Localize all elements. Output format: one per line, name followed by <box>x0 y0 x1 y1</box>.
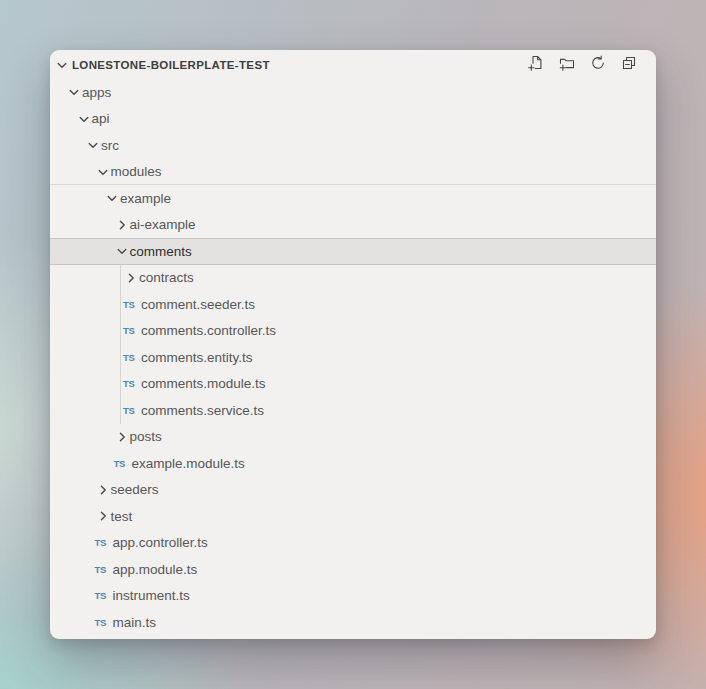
tree-item-label: ai-example <box>130 217 196 232</box>
typescript-file-icon: TS <box>123 325 139 336</box>
tree-row-example-module-ts[interactable]: TSexample.module.ts <box>50 450 656 477</box>
tree-item-label: app.controller.ts <box>113 535 208 550</box>
chevron-down-icon[interactable] <box>104 190 120 206</box>
tree-row-ai-example[interactable]: ai-example <box>50 212 656 239</box>
typescript-file-icon: TS <box>95 617 111 628</box>
typescript-file-icon: TS <box>95 564 111 575</box>
tree-row-api[interactable]: api <box>50 106 656 133</box>
tree-row-app-controller-ts[interactable]: TSapp.controller.ts <box>50 530 656 557</box>
chevron-right-icon[interactable] <box>114 429 130 445</box>
chevron-down-icon[interactable] <box>114 243 130 259</box>
file-tree: appsapisrcmodulesexampleai-examplecommen… <box>50 79 656 636</box>
tree-row-modules[interactable]: modules <box>50 159 656 186</box>
collapse-all-button[interactable] <box>618 54 640 76</box>
tree-row-comments-service-ts[interactable]: TScomments.service.ts <box>50 397 656 424</box>
typescript-file-icon: TS <box>123 378 139 389</box>
tree-row-comments[interactable]: comments <box>50 238 656 265</box>
explorer-section-header[interactable]: LONESTONE-BOILERPLATE-TEST <box>50 50 656 79</box>
explorer-panel: LONESTONE-BOILERPLATE-TEST <box>50 50 656 639</box>
tree-item-label: example.module.ts <box>132 456 245 471</box>
tree-item-label: app.module.ts <box>113 562 198 577</box>
chevron-down-icon[interactable] <box>76 111 92 127</box>
tree-row-test[interactable]: test <box>50 503 656 530</box>
explorer-toolbar <box>525 54 640 76</box>
chevron-down-icon[interactable] <box>85 137 101 153</box>
tree-row-comment-seeder-ts[interactable]: TScomment.seeder.ts <box>50 291 656 318</box>
refresh-button[interactable] <box>587 54 609 76</box>
tree-item-label: example <box>120 191 171 206</box>
tree-item-label: comments.module.ts <box>141 376 266 391</box>
tree-row-app-module-ts[interactable]: TSapp.module.ts <box>50 556 656 583</box>
typescript-file-icon: TS <box>123 299 139 310</box>
tree-row-contracts[interactable]: contracts <box>50 265 656 292</box>
chevron-down-icon[interactable] <box>66 84 82 100</box>
tree-row-comments-entity-ts[interactable]: TScomments.entity.ts <box>50 344 656 371</box>
typescript-file-icon: TS <box>114 458 130 469</box>
tree-row-example[interactable]: example <box>50 185 656 212</box>
tree-row-comments-module-ts[interactable]: TScomments.module.ts <box>50 371 656 398</box>
tree-item-label: contracts <box>139 270 194 285</box>
tree-row-seeders[interactable]: seeders <box>50 477 656 504</box>
chevron-down-icon[interactable] <box>54 57 70 73</box>
refresh-icon <box>590 55 606 74</box>
tree-item-label: comments.entity.ts <box>141 350 253 365</box>
chevron-right-icon[interactable] <box>95 508 111 524</box>
chevron-right-icon[interactable] <box>114 217 130 233</box>
tree-item-label: test <box>111 509 133 524</box>
chevron-right-icon[interactable] <box>95 482 111 498</box>
typescript-file-icon: TS <box>123 352 139 363</box>
chevron-down-icon[interactable] <box>95 164 111 180</box>
tree-item-label: posts <box>130 429 162 444</box>
typescript-file-icon: TS <box>95 590 111 601</box>
new-folder-icon <box>559 55 575 74</box>
tree-row-instrument-ts[interactable]: TSinstrument.ts <box>50 583 656 610</box>
workspace-title: LONESTONE-BOILERPLATE-TEST <box>72 59 525 71</box>
new-folder-button[interactable] <box>556 54 578 76</box>
tree-item-label: comments.service.ts <box>141 403 264 418</box>
tree-item-label: src <box>101 138 119 153</box>
chevron-right-icon[interactable] <box>123 270 139 286</box>
tree-item-label: instrument.ts <box>113 588 190 603</box>
tree-row-apps[interactable]: apps <box>50 79 656 106</box>
tree-row-main-ts[interactable]: TSmain.ts <box>50 609 656 636</box>
tree-row-posts[interactable]: posts <box>50 424 656 451</box>
tree-item-label: comment.seeder.ts <box>141 297 255 312</box>
new-file-button[interactable] <box>525 54 547 76</box>
typescript-file-icon: TS <box>123 405 139 416</box>
tree-item-label: modules <box>111 164 162 179</box>
tree-row-comments-controller-ts[interactable]: TScomments.controller.ts <box>50 318 656 345</box>
tree-row-src[interactable]: src <box>50 132 656 159</box>
typescript-file-icon: TS <box>95 537 111 548</box>
tree-item-label: comments.controller.ts <box>141 323 276 338</box>
tree-item-label: api <box>92 111 110 126</box>
tree-item-label: main.ts <box>113 615 157 630</box>
new-file-icon <box>528 55 544 74</box>
collapse-all-icon <box>621 55 637 74</box>
tree-item-label: seeders <box>111 482 159 497</box>
tree-item-label: comments <box>130 244 192 259</box>
tree-item-label: apps <box>82 85 111 100</box>
